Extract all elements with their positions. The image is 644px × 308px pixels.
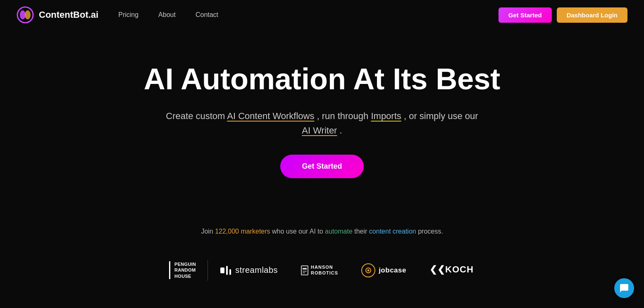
- hero-subtitle-mid2: , or simply use our: [404, 111, 478, 121]
- social-proof-count: 122,000 marketers: [215, 228, 270, 235]
- svg-rect-8: [303, 271, 307, 272]
- social-proof-mid2: their: [353, 228, 369, 235]
- hero-title: AI Automation At Its Best: [144, 63, 501, 96]
- hero-subtitle-mid1: , run through: [317, 111, 369, 121]
- logo-streamlabs: streamlabs: [208, 264, 289, 277]
- nav-link-contact[interactable]: Contact: [196, 11, 218, 18]
- chat-button[interactable]: [614, 278, 634, 298]
- social-proof-automate: automate: [325, 228, 353, 235]
- svg-text:❮❮KOCH: ❮❮KOCH: [429, 264, 474, 275]
- svg-point-11: [367, 269, 370, 271]
- dashboard-login-button[interactable]: Dashboard Login: [557, 7, 627, 23]
- social-proof-text: Join 122,000 marketers who use our AI to…: [0, 228, 644, 235]
- nav-link-about[interactable]: About: [158, 11, 176, 18]
- svg-rect-6: [301, 266, 308, 275]
- svg-rect-7: [303, 268, 307, 270]
- get-started-nav-button[interactable]: Get Started: [499, 7, 552, 23]
- svg-rect-9: [303, 272, 305, 273]
- get-started-hero-button[interactable]: Get Started: [280, 155, 363, 178]
- logo[interactable]: ContentBot.ai: [17, 6, 98, 24]
- hero-link-workflows[interactable]: AI Content Workflows: [227, 111, 314, 121]
- social-proof-content-creation: content creation: [369, 228, 416, 235]
- social-proof-suffix: process.: [416, 228, 443, 235]
- nav-link-pricing[interactable]: Pricing: [118, 11, 138, 18]
- hero-subtitle-suffix: .: [340, 125, 342, 136]
- svg-rect-4: [226, 266, 228, 275]
- logo-penguin: Penguin Random House: [157, 261, 208, 279]
- logo-text: ContentBot.ai: [39, 10, 98, 20]
- hero-subtitle-prefix: Create custom: [166, 111, 225, 121]
- svg-rect-3: [220, 267, 224, 273]
- hero-link-writer[interactable]: AI Writer: [302, 125, 337, 136]
- logo-koch: ❮❮KOCH: [418, 263, 487, 277]
- social-proof-section: Join 122,000 marketers who use our AI to…: [0, 228, 644, 235]
- svg-point-1: [20, 10, 26, 19]
- logo-hanson: HANSON ROBOTICS: [289, 265, 350, 275]
- svg-point-2: [25, 10, 31, 19]
- logos-row: Penguin Random House streamlabs HAN: [0, 260, 644, 297]
- social-proof-prefix: Join: [201, 228, 215, 235]
- svg-rect-5: [229, 269, 231, 275]
- hero-subtitle: Create custom AI Content Workflows , run…: [161, 109, 483, 138]
- logo-jobcase: jobcase: [350, 263, 418, 277]
- social-proof-mid1: who use our AI to: [270, 228, 325, 235]
- hero-link-imports[interactable]: Imports: [371, 111, 401, 121]
